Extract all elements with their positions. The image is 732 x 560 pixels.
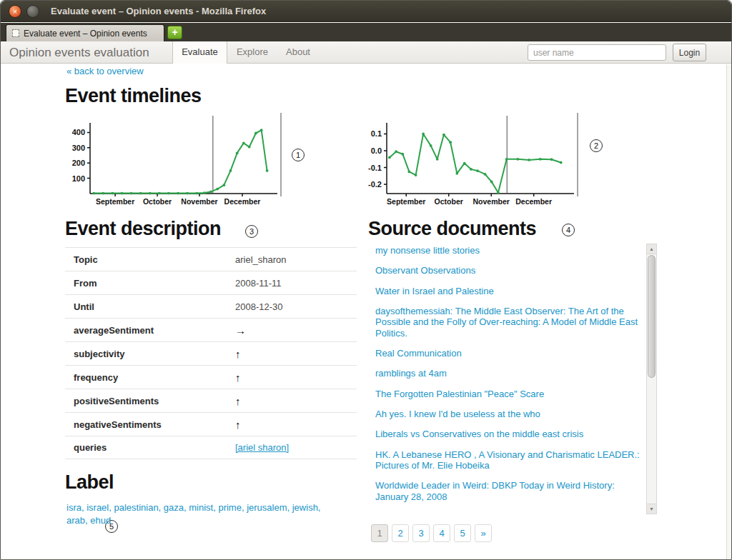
trend-arrow-up: ↑ xyxy=(235,395,241,407)
svg-text:December: December xyxy=(224,197,261,206)
trend-arrow-up: ↑ xyxy=(235,419,241,431)
table-row: averageSentiment → xyxy=(65,318,357,341)
browser-window: × Evaluate event – Opinion events - Mozi… xyxy=(0,0,732,560)
tab-about[interactable]: About xyxy=(278,41,318,64)
page-button-4[interactable]: 4 xyxy=(433,524,450,542)
app-title: Opinion events evaluation xyxy=(9,46,149,60)
svg-text:November: November xyxy=(473,197,510,206)
svg-text:200: 200 xyxy=(72,159,85,167)
page-scrollbar-track[interactable] xyxy=(726,64,731,560)
table-row: negativeSentiments ↑ xyxy=(65,412,357,436)
row-label: From xyxy=(65,278,235,289)
minimize-button[interactable] xyxy=(26,5,39,18)
source-document-link[interactable]: Water in Israel and Palestine xyxy=(375,286,641,296)
row-label: negativeSentiments xyxy=(65,419,235,430)
table-row: positiveSentiments ↑ xyxy=(65,389,357,412)
source-document-link[interactable]: HK. A Lebanese HERO , A Visionary and Ch… xyxy=(375,449,641,471)
page-button-5[interactable]: 5 xyxy=(454,524,471,542)
label-keywords-link[interactable]: isra, israel, palestinian, gaza, minist,… xyxy=(66,501,342,527)
row-value: 2008-12-30 xyxy=(235,301,283,312)
table-row: subjectivity ↑ xyxy=(65,341,357,365)
row-label: Until xyxy=(65,301,235,312)
browser-tab[interactable]: Evaluate event – Opinion events xyxy=(6,24,164,41)
event-sentiment-chart: 0.10.0-0.1-0.2SeptemberOctoberNovemberDe… xyxy=(365,111,581,207)
back-to-overview-link[interactable]: « back to overview xyxy=(66,66,144,76)
svg-text:400: 400 xyxy=(72,128,85,136)
scroll-up-icon[interactable]: ▲ xyxy=(647,244,656,254)
row-value: ariel_sharon xyxy=(235,254,287,265)
row-value: 2008-11-11 xyxy=(235,278,282,289)
scroll-down-icon[interactable]: ▼ xyxy=(647,504,656,514)
source-pagination: 1 2 3 4 5 » xyxy=(371,524,492,542)
source-document-link[interactable]: Liberals vs Conservatives on the middle … xyxy=(375,429,641,439)
scrollbar-thumb[interactable] xyxy=(648,255,656,378)
browser-tabstrip: Evaluate event – Opinion events + xyxy=(1,23,731,41)
source-document-link[interactable]: Observant Observations xyxy=(375,265,641,276)
new-tab-button[interactable]: + xyxy=(167,26,182,39)
page-icon xyxy=(12,29,19,37)
callout-2: 2 xyxy=(590,139,603,152)
table-row: queries [ariel sharon] xyxy=(65,436,357,459)
source-document-link[interactable]: The Forgotten Palestinian "Peace" Scare xyxy=(375,389,641,399)
callout-1: 1 xyxy=(292,149,305,161)
table-row: Topic ariel_sharon xyxy=(65,247,357,271)
callout-4: 4 xyxy=(562,224,575,236)
table-row: Until 2008-12-30 xyxy=(65,294,357,318)
login-button[interactable]: Login xyxy=(673,44,706,61)
queries-link[interactable]: [ariel sharon] xyxy=(235,442,289,453)
row-label: Topic xyxy=(65,254,235,265)
page-button-1[interactable]: 1 xyxy=(371,524,388,542)
svg-text:October: October xyxy=(143,197,172,206)
username-input[interactable] xyxy=(528,44,666,61)
table-row: frequency ↑ xyxy=(65,365,357,389)
close-button[interactable]: × xyxy=(9,5,21,18)
row-label: subjectivity xyxy=(65,349,235,359)
svg-text:300: 300 xyxy=(72,144,85,152)
page-button-2[interactable]: 2 xyxy=(392,524,409,542)
browser-tab-label: Evaluate event – Opinion events xyxy=(24,29,147,39)
event-frequency-chart: 400300200100SeptemberOctoberNovemberDece… xyxy=(69,111,285,207)
page-button-next[interactable]: » xyxy=(475,524,492,542)
event-description-heading: Event description xyxy=(65,218,221,240)
source-document-link[interactable]: Real Communication xyxy=(375,348,641,359)
source-document-link[interactable]: Worldwide Leader in Weird: DBKP Today in… xyxy=(375,480,641,502)
svg-text:-0.1: -0.1 xyxy=(368,164,382,172)
svg-text:December: December xyxy=(515,197,552,206)
svg-text:November: November xyxy=(181,197,217,206)
event-timelines-heading: Event timelines xyxy=(65,85,202,107)
row-label: frequency xyxy=(65,372,235,383)
window-title: Evaluate event – Opinion events - Mozill… xyxy=(51,6,266,16)
svg-text:0.0: 0.0 xyxy=(371,146,382,155)
source-document-link[interactable]: Ah yes. I knew I'd be useless at the who xyxy=(375,409,641,419)
event-description-table: Topic ariel_sharon From 2008-11-11 Until… xyxy=(65,247,357,459)
callout-3: 3 xyxy=(245,225,258,238)
source-document-link[interactable]: daysofthemessiah: The Middle East Observ… xyxy=(375,306,641,339)
window-titlebar: × Evaluate event – Opinion events - Mozi… xyxy=(1,1,731,22)
row-label: averageSentiment xyxy=(65,325,235,336)
source-documents-heading: Source documents xyxy=(368,218,536,240)
svg-text:-0.2: -0.2 xyxy=(368,180,382,189)
svg-text:September: September xyxy=(96,197,134,206)
source-document-link[interactable]: my nonsense little stories xyxy=(375,245,641,256)
source-document-link[interactable]: ramblings at 4am xyxy=(375,368,641,379)
row-label: queries xyxy=(65,442,235,453)
table-row: From 2008-11-11 xyxy=(65,271,357,294)
tab-explore[interactable]: Explore xyxy=(229,41,275,64)
page-button-3[interactable]: 3 xyxy=(412,524,430,542)
svg-text:October: October xyxy=(435,197,463,206)
source-list-scrollbar[interactable]: ▲ ▼ xyxy=(646,244,657,514)
trend-arrow-up: ↑ xyxy=(235,371,241,384)
row-label: positiveSentiments xyxy=(65,396,235,406)
svg-text:0.1: 0.1 xyxy=(371,129,382,138)
tab-evaluate[interactable]: Evaluate xyxy=(172,41,227,64)
trend-arrow-right: → xyxy=(235,324,246,336)
label-heading: Label xyxy=(65,471,114,494)
app-header: Opinion events evaluation Evaluate Explo… xyxy=(1,41,731,64)
svg-text:100: 100 xyxy=(72,174,85,183)
source-documents-list: my nonsense little stories Observant Obs… xyxy=(375,245,641,515)
svg-text:September: September xyxy=(387,197,425,206)
trend-arrow-up: ↑ xyxy=(235,348,241,360)
